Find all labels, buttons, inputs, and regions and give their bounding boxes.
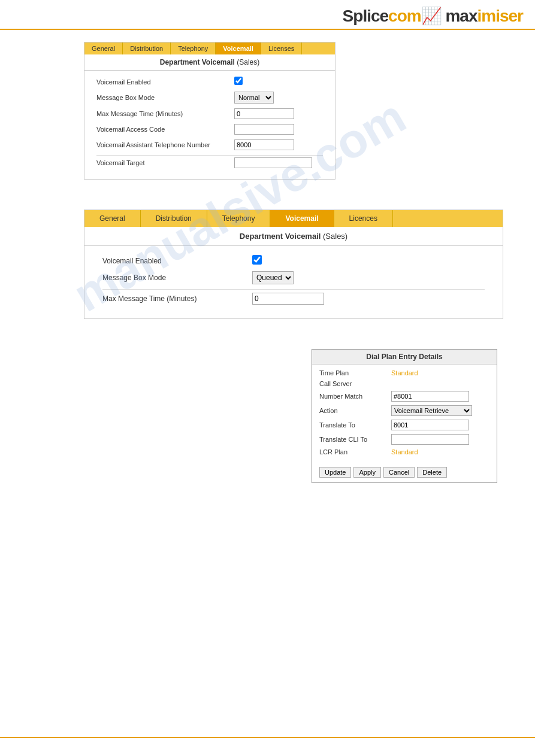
max-message-input-1[interactable] xyxy=(234,108,294,119)
number-match-row: Number Match xyxy=(319,391,489,402)
voicemail-enabled-label-1: Voicemail Enabled xyxy=(96,78,234,86)
logo-s: 📈 xyxy=(421,7,442,25)
call-server-row: Call Server xyxy=(319,380,489,387)
translate-to-input[interactable] xyxy=(391,420,469,430)
lcr-plan-value: Standard xyxy=(391,448,489,456)
voicemail-assistant-label-1: Voicemail Assistant Telephone Number xyxy=(96,141,234,148)
message-box-mode-label-1: Message Box Mode xyxy=(96,94,234,101)
message-box-mode-select-2[interactable]: Normal Queued xyxy=(252,271,294,284)
logo-max: max xyxy=(442,7,477,25)
voicemail-access-row-1: Voicemail Access Code xyxy=(96,124,323,135)
tab-distribution-1[interactable]: Distribution xyxy=(123,42,171,54)
lcr-plan-link[interactable]: Standard xyxy=(391,448,418,456)
action-label: Action xyxy=(319,407,391,414)
translate-to-row: Translate To xyxy=(319,420,489,430)
dial-plan-buttons: Update Apply Cancel Delete xyxy=(312,464,497,482)
panel-1: General Distribution Telephony Voicemail… xyxy=(84,42,335,180)
panel-1-form: Voicemail Enabled Message Box Mode Norma… xyxy=(84,71,335,179)
number-match-label: Number Match xyxy=(319,393,391,400)
logo-com: com xyxy=(388,7,421,25)
dial-plan-body: Time Plan Standard Call Server Number Ma… xyxy=(312,365,497,464)
message-box-mode-value-2: Normal Queued xyxy=(252,271,485,284)
max-message-label-1: Max Message Time (Minutes) xyxy=(96,110,234,117)
tab-telephony-2[interactable]: Telephony xyxy=(207,210,271,227)
message-box-mode-label-2: Message Box Mode xyxy=(102,274,252,282)
voicemail-target-input-1[interactable] xyxy=(234,157,312,168)
number-match-input[interactable] xyxy=(391,391,469,402)
message-box-mode-row-2: Message Box Mode Normal Queued xyxy=(102,271,485,284)
tab-bar-1: General Distribution Telephony Voicemail… xyxy=(84,42,335,54)
voicemail-assistant-value-1 xyxy=(234,139,323,150)
tab-licenses-1[interactable]: Licenses xyxy=(261,42,302,54)
voicemail-enabled-label-2: Voicemail Enabled xyxy=(102,257,252,265)
footer-line xyxy=(0,737,535,738)
logo-splice: Splice xyxy=(343,7,388,25)
call-server-label: Call Server xyxy=(319,380,391,387)
max-message-input-2[interactable] xyxy=(252,293,324,305)
translate-to-label: Translate To xyxy=(319,421,391,429)
voicemail-target-label-1: Voicemail Target xyxy=(96,159,234,166)
tab-voicemail-2[interactable]: Voicemail xyxy=(270,210,334,227)
voicemail-enabled-checkbox-1[interactable] xyxy=(234,77,243,85)
translate-to-value xyxy=(391,420,489,430)
action-row: Action Voicemail Retrieve Forward Hunt G… xyxy=(319,405,489,416)
translate-cli-value xyxy=(391,434,489,445)
logo-imiser: imiser xyxy=(477,7,524,25)
time-plan-value: Standard xyxy=(391,369,489,377)
voicemail-enabled-value-1 xyxy=(234,77,323,87)
action-value: Voicemail Retrieve Forward Hunt Group Vo… xyxy=(391,405,489,416)
time-plan-label: Time Plan xyxy=(319,369,391,377)
voicemail-assistant-input-1[interactable] xyxy=(234,139,294,150)
update-button[interactable]: Update xyxy=(319,467,351,478)
voicemail-access-label-1: Voicemail Access Code xyxy=(96,126,234,133)
dial-plan-panel: Dial Plan Entry Details Time Plan Standa… xyxy=(312,349,497,483)
panel-2-title: Department Voicemail (Sales) xyxy=(84,227,503,246)
voicemail-access-input-1[interactable] xyxy=(234,124,294,135)
voicemail-target-value-1 xyxy=(234,157,323,168)
message-box-mode-value-1: Normal Queued xyxy=(234,92,323,104)
time-plan-row: Time Plan Standard xyxy=(319,369,489,377)
voicemail-enabled-row-2: Voicemail Enabled xyxy=(102,255,485,266)
panel-2-form: Voicemail Enabled Message Box Mode Norma… xyxy=(84,246,503,318)
tab-general-2[interactable]: General xyxy=(84,210,141,227)
time-plan-link[interactable]: Standard xyxy=(391,369,418,377)
dial-plan-title: Dial Plan Entry Details xyxy=(312,350,497,365)
max-message-value-2 xyxy=(252,293,485,305)
translate-cli-row: Translate CLI To xyxy=(319,434,489,445)
max-message-value-1 xyxy=(234,108,323,119)
tab-bar-2: General Distribution Telephony Voicemail… xyxy=(84,210,503,227)
tab-licences-2[interactable]: Licences xyxy=(334,210,393,227)
tab-voicemail-1[interactable]: Voicemail xyxy=(216,42,261,54)
lcr-plan-label: LCR Plan xyxy=(319,448,391,456)
cancel-button[interactable]: Cancel xyxy=(383,467,415,478)
voicemail-assistant-row-1: Voicemail Assistant Telephone Number xyxy=(96,139,323,150)
max-message-label-2: Max Message Time (Minutes) xyxy=(102,294,252,303)
message-box-mode-row-1: Message Box Mode Normal Queued xyxy=(96,92,323,104)
message-box-mode-select-1[interactable]: Normal Queued xyxy=(234,92,274,104)
translate-cli-input[interactable] xyxy=(391,434,469,445)
logo: Splicecom📈 maximiser xyxy=(343,6,523,26)
max-message-row-1: Max Message Time (Minutes) xyxy=(96,108,323,119)
panel-2: General Distribution Telephony Voicemail… xyxy=(84,210,503,319)
tab-general-1[interactable]: General xyxy=(84,42,123,54)
translate-cli-label: Translate CLI To xyxy=(319,436,391,443)
action-select[interactable]: Voicemail Retrieve Forward Hunt Group Vo… xyxy=(391,405,472,416)
number-match-value xyxy=(391,391,489,402)
apply-button[interactable]: Apply xyxy=(353,467,381,478)
tab-telephony-1[interactable]: Telephony xyxy=(171,42,216,54)
delete-button[interactable]: Delete xyxy=(417,467,447,478)
main-content: General Distribution Telephony Voicemail… xyxy=(0,30,535,495)
lcr-plan-row: LCR Plan Standard xyxy=(319,448,489,456)
panel-1-title: Department Voicemail (Sales) xyxy=(84,54,335,71)
voicemail-enabled-value-2 xyxy=(252,255,485,266)
voicemail-enabled-row-1: Voicemail Enabled xyxy=(96,77,323,87)
voicemail-access-value-1 xyxy=(234,124,323,135)
voicemail-enabled-checkbox-2[interactable] xyxy=(252,255,262,265)
max-message-row-2: Max Message Time (Minutes) xyxy=(102,289,485,305)
voicemail-target-row-1: Voicemail Target xyxy=(96,155,323,168)
tab-distribution-2[interactable]: Distribution xyxy=(141,210,207,227)
header: Splicecom📈 maximiser xyxy=(0,0,535,30)
